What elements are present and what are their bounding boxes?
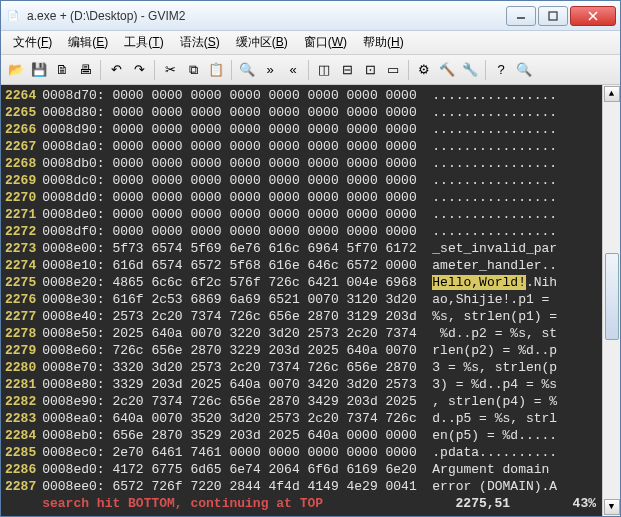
maximize-icon: ⊡ bbox=[365, 62, 376, 77]
titlebar[interactable]: 📄 a.exe + (D:\Desktop) - GVIM2 bbox=[1, 1, 620, 31]
toolbar-separator bbox=[485, 60, 486, 80]
code-area[interactable]: 0008d70: 0000 0000 0000 0000 0000 0000 0… bbox=[42, 85, 602, 516]
open-icon: 📂 bbox=[8, 62, 24, 77]
svg-rect-1 bbox=[549, 12, 557, 20]
redo-button[interactable]: ↷ bbox=[128, 59, 150, 81]
tag-button[interactable]: 🔧 bbox=[459, 59, 481, 81]
toolbar: 📂💾🗎🖶↶↷✂⧉📋🔍»«◫⊟⊡▭⚙🔨🔧?🔍 bbox=[1, 55, 620, 85]
cut-icon: ✂ bbox=[165, 62, 176, 77]
find-button[interactable]: 🔍 bbox=[236, 59, 258, 81]
redo-icon: ↷ bbox=[134, 62, 145, 77]
line-number-gutter: 2264226522662267226822692270227122722273… bbox=[1, 85, 42, 516]
toolbar-separator bbox=[308, 60, 309, 80]
findhelp-icon: 🔍 bbox=[516, 62, 532, 77]
saveall-button[interactable]: 🗎 bbox=[51, 59, 73, 81]
copy-icon: ⧉ bbox=[189, 62, 198, 78]
menu-item[interactable]: 语法(S) bbox=[172, 32, 228, 53]
new-button[interactable]: ◫ bbox=[313, 59, 335, 81]
undo-button[interactable]: ↶ bbox=[105, 59, 127, 81]
findnext-button[interactable]: » bbox=[259, 59, 281, 81]
paste-icon: 📋 bbox=[208, 62, 224, 77]
help-icon: ? bbox=[497, 62, 504, 77]
undo-icon: ↶ bbox=[111, 62, 122, 77]
saveall-icon: 🗎 bbox=[56, 62, 69, 77]
window-title: a.exe + (D:\Desktop) - GVIM2 bbox=[27, 9, 506, 23]
menu-item[interactable]: 文件(F) bbox=[5, 32, 60, 53]
minimize-button[interactable] bbox=[506, 6, 536, 26]
make-icon: 🔨 bbox=[439, 62, 455, 77]
toolbar-separator bbox=[408, 60, 409, 80]
scroll-track[interactable] bbox=[605, 104, 619, 497]
toolbar-separator bbox=[154, 60, 155, 80]
menu-item[interactable]: 编辑(E) bbox=[60, 32, 116, 53]
scroll-down-arrow[interactable]: ▼ bbox=[604, 499, 620, 515]
close-button[interactable] bbox=[570, 6, 616, 26]
menu-item[interactable]: 帮助(H) bbox=[355, 32, 412, 53]
shell-icon: ⚙ bbox=[418, 62, 430, 77]
new-icon: ◫ bbox=[318, 62, 330, 77]
cut-button[interactable]: ✂ bbox=[159, 59, 181, 81]
find-icon: 🔍 bbox=[239, 62, 255, 77]
editor[interactable]: 2264226522662267226822692270227122722273… bbox=[1, 85, 620, 516]
paste-button[interactable]: 📋 bbox=[205, 59, 227, 81]
menu-item[interactable]: 窗口(W) bbox=[296, 32, 355, 53]
save-icon: 💾 bbox=[31, 62, 47, 77]
toolbar-separator bbox=[100, 60, 101, 80]
findhelp-button[interactable]: 🔍 bbox=[513, 59, 535, 81]
onewin-button[interactable]: ▭ bbox=[382, 59, 404, 81]
print-button[interactable]: 🖶 bbox=[74, 59, 96, 81]
toolbar-separator bbox=[231, 60, 232, 80]
tag-icon: 🔧 bbox=[462, 62, 478, 77]
onewin-icon: ▭ bbox=[387, 62, 399, 77]
findprev-icon: « bbox=[289, 62, 296, 77]
findprev-button[interactable]: « bbox=[282, 59, 304, 81]
print-icon: 🖶 bbox=[79, 62, 92, 77]
save-button[interactable]: 💾 bbox=[28, 59, 50, 81]
open-button[interactable]: 📂 bbox=[5, 59, 27, 81]
maximize-button[interactable]: ⊡ bbox=[359, 59, 381, 81]
shell-button[interactable]: ⚙ bbox=[413, 59, 435, 81]
copy-button[interactable]: ⧉ bbox=[182, 59, 204, 81]
app-icon: 📄 bbox=[5, 8, 21, 24]
split-button[interactable]: ⊟ bbox=[336, 59, 358, 81]
help-button[interactable]: ? bbox=[490, 59, 512, 81]
make-button[interactable]: 🔨 bbox=[436, 59, 458, 81]
vertical-scrollbar[interactable]: ▲ ▼ bbox=[602, 85, 620, 516]
maximize-button[interactable] bbox=[538, 6, 568, 26]
menu-item[interactable]: 工具(T) bbox=[116, 32, 171, 53]
split-icon: ⊟ bbox=[342, 62, 353, 77]
menu-item[interactable]: 缓冲区(B) bbox=[228, 32, 296, 53]
menubar: 文件(F)编辑(E)工具(T)语法(S)缓冲区(B)窗口(W)帮助(H) bbox=[1, 31, 620, 55]
scroll-thumb[interactable] bbox=[605, 253, 619, 339]
findnext-icon: » bbox=[266, 62, 273, 77]
scroll-up-arrow[interactable]: ▲ bbox=[604, 86, 620, 102]
app-window: 📄 a.exe + (D:\Desktop) - GVIM2 文件(F)编辑(E… bbox=[0, 0, 621, 517]
